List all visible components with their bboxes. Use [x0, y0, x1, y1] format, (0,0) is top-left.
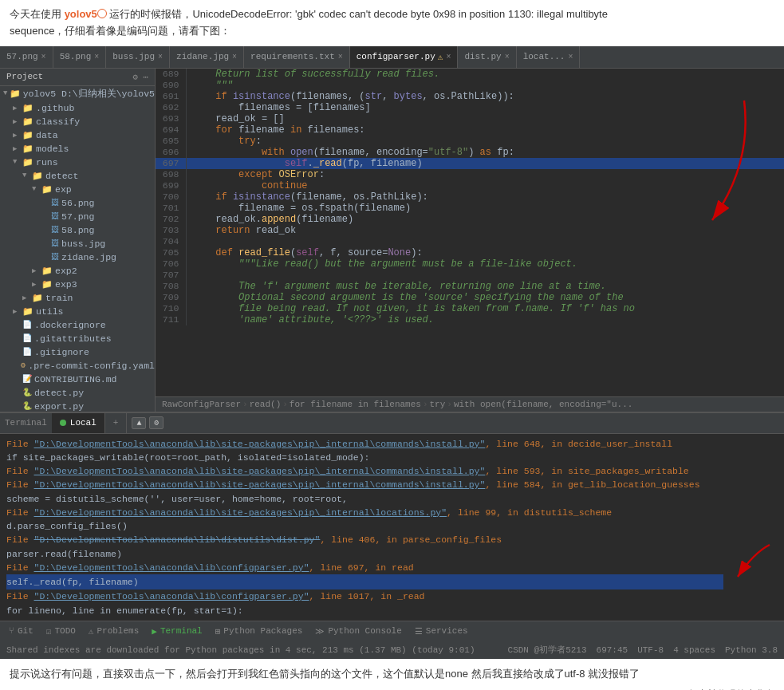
line-number: 704 [156, 236, 186, 247]
line-number: 711 [156, 314, 186, 325]
bc-for[interactable]: for filename in filenames [290, 400, 421, 409]
tree-label: runs [36, 157, 58, 168]
code-line-693: 693 read_ok = [] [156, 113, 784, 124]
project-sidebar[interactable]: Project ⚙ ⋯ ▼ 📁 yolov5 D:\归纳相关\yolov5 ▶ … [0, 69, 156, 412]
terminal-up-btn[interactable]: ▲ [132, 417, 146, 429]
expand-arrow: ▶ [13, 307, 22, 316]
line-number: 695 [156, 136, 186, 147]
yolov5-link[interactable]: yolov5 [65, 8, 97, 20]
tree-item-data[interactable]: ▶ 📁 data [0, 128, 155, 142]
tool-todo[interactable]: ☑ TODO [41, 621, 81, 641]
tree-item-zidanejpg[interactable]: 🖼 zidane.jpg [0, 250, 155, 264]
tab-close-icon[interactable]: × [158, 53, 163, 61]
folder-icon: 📁 [22, 306, 33, 317]
line-number: 701 [156, 203, 186, 214]
tree-item-57png[interactable]: 🖼 57.png [0, 210, 155, 223]
tree-item-models[interactable]: ▶ 📁 models [0, 142, 155, 156]
tool-problems[interactable]: ⚠ Problems [83, 621, 144, 641]
todo-icon: ☑ [46, 626, 52, 637]
tree-label: CONTRIBUTING.md [34, 374, 117, 384]
tree-item-precommit[interactable]: ⚙ .pre-commit-config.yaml [0, 359, 155, 373]
tree-item-gitignore[interactable]: 📄 .gitignore [0, 345, 155, 359]
tab-58png[interactable]: 58.png × [53, 46, 107, 68]
code-line-703: 703 return read_ok [156, 225, 784, 236]
bc-try[interactable]: try [430, 400, 446, 409]
tree-item-gitattributes[interactable]: 📄 .gitattributes [0, 332, 155, 345]
line-content: return read_ok [186, 225, 784, 236]
status-right: CSDN @初学者5213 697:45 UTF-8 4 spaces Pyth… [508, 644, 778, 656]
tool-terminal[interactable]: ▶ Terminal [146, 621, 207, 641]
tab-close-icon[interactable]: × [41, 53, 46, 61]
terminal-tab-label: Local [70, 418, 97, 428]
tool-python-console[interactable]: ≫ Python Console [309, 621, 407, 641]
tab-close-icon[interactable]: × [338, 53, 343, 61]
tree-item-exportpy[interactable]: 🐍 export.py [0, 400, 155, 412]
tree-label: .dockerignore [34, 320, 106, 330]
tab-close-icon[interactable]: × [94, 53, 99, 61]
line-content: def read_file(self, f, source=None): [186, 247, 784, 258]
tab-requirements[interactable]: requirements.txt × [244, 46, 350, 68]
tab-label: 57.png [6, 52, 38, 61]
tab-label: requirements.txt [250, 52, 335, 61]
tree-item-github[interactable]: ▶ 📁 .github [0, 101, 155, 115]
tree-item-runs[interactable]: ▼ 📁 runs [0, 156, 155, 169]
csdn-user: CSDN @初学者5213 [508, 644, 587, 656]
expand-arrow: ▶ [13, 117, 22, 126]
line-content: self._read(fp, filename) [186, 158, 784, 169]
line-number: 710 [156, 303, 186, 314]
tool-label: Services [426, 626, 468, 636]
file-icon: 📄 [22, 347, 32, 357]
tree-label: detect [45, 171, 78, 181]
line-content: if isinstance(filename, os.PathLike): [186, 191, 784, 203]
tab-zidanejpg[interactable]: zidane.jpg × [170, 46, 244, 68]
tool-services[interactable]: ☰ Services [409, 621, 474, 641]
status-python-ver: Python 3.8 [725, 645, 778, 655]
terminal-error-line-5: File "D:\DevelopmentTools\anaconda\lib\d… [6, 533, 723, 546]
folder-icon: 📁 [41, 266, 53, 276]
bc-read[interactable]: read() [250, 400, 282, 409]
code-editor[interactable]: 689 Return list of successfully read fil… [156, 69, 784, 412]
tab-distpy[interactable]: dist.py × [458, 46, 516, 68]
tree-item-56png[interactable]: 🖼 56.png [0, 196, 155, 210]
tab-57png[interactable]: 57.png × [0, 46, 53, 68]
tree-item-58png[interactable]: 🖼 58.png [0, 223, 155, 237]
tab-close-icon[interactable]: × [446, 53, 451, 61]
terminal-tab-local[interactable]: Local [52, 413, 105, 433]
terminal-distpy-line: File "D:\DevelopmentTools\anaconda\lib\d… [6, 533, 723, 589]
code-scroll[interactable]: 689 Return list of successfully read fil… [156, 69, 784, 396]
tree-item-utils[interactable]: ▶ 📁 utils [0, 305, 155, 318]
status-left: Shared indexes are downloaded for Python… [6, 645, 475, 655]
tree-item-exp2[interactable]: ▶ 📁 exp2 [0, 264, 155, 278]
tree-item-exp[interactable]: ▼ 📁 exp [0, 183, 155, 196]
tool-python-packages[interactable]: ⊞ Python Packages [210, 621, 309, 641]
sidebar-header: Project ⚙ ⋯ [0, 69, 155, 86]
tree-item-yolov5[interactable]: ▼ 📁 yolov5 D:\归纳相关\yolov5 [0, 86, 155, 101]
bc-rawconfigparser[interactable]: RawConfigParser [162, 400, 241, 409]
tree-item-dockerignore[interactable]: 📄 .dockerignore [0, 318, 155, 332]
tree-item-exp3[interactable]: ▶ 📁 exp3 [0, 278, 155, 291]
tree-item-contributing[interactable]: 📝 CONTRIBUTING.md [0, 373, 155, 386]
terminal-content[interactable]: File "D:\DevelopmentTools\anaconda\lib\s… [0, 434, 784, 621]
tree-item-detectpy[interactable]: 🐍 detect.py [0, 386, 155, 400]
bc-with[interactable]: with open(filename, encoding="u... [454, 400, 632, 409]
tab-close-icon[interactable]: × [505, 53, 510, 61]
terminal-settings-btn[interactable]: ⚙ [149, 416, 163, 429]
tree-item-classify[interactable]: ▶ 📁 classify [0, 115, 155, 128]
status-message: Shared indexes are downloaded for Python… [6, 645, 475, 655]
tab-bussjpg[interactable]: buss.jpg × [106, 46, 170, 68]
terminal-tab-add[interactable]: + [105, 413, 128, 433]
tree-item-bussjpg[interactable]: 🖼 buss.jpg [0, 237, 155, 250]
tab-locat[interactable]: locat... × [517, 46, 581, 68]
terminal-error-line-6: File "D:\DevelopmentTools\anaconda\lib\c… [6, 561, 723, 574]
tree-item-detect[interactable]: ▼ 📁 detect [0, 169, 155, 183]
code-line-691: 691 if isinstance(filenames, (str, bytes… [156, 91, 784, 102]
tab-configparser[interactable]: configparser.py ⚠ × [350, 46, 459, 68]
tree-item-train[interactable]: ▶ 📁 train [0, 291, 155, 305]
header-text-line2: sequence，仔细看着像是编码问题，请看下图： [10, 25, 230, 37]
tab-close-icon[interactable]: × [232, 53, 237, 61]
tool-git[interactable]: ⑂ Git [3, 621, 39, 641]
terminal-arrow-section: File "D:\DevelopmentTools\anaconda\lib\d… [6, 533, 778, 589]
tab-close-icon[interactable]: × [568, 53, 573, 61]
terminal-controls: ▲ ⚙ [132, 413, 163, 433]
folder-icon: 📁 [22, 116, 33, 127]
